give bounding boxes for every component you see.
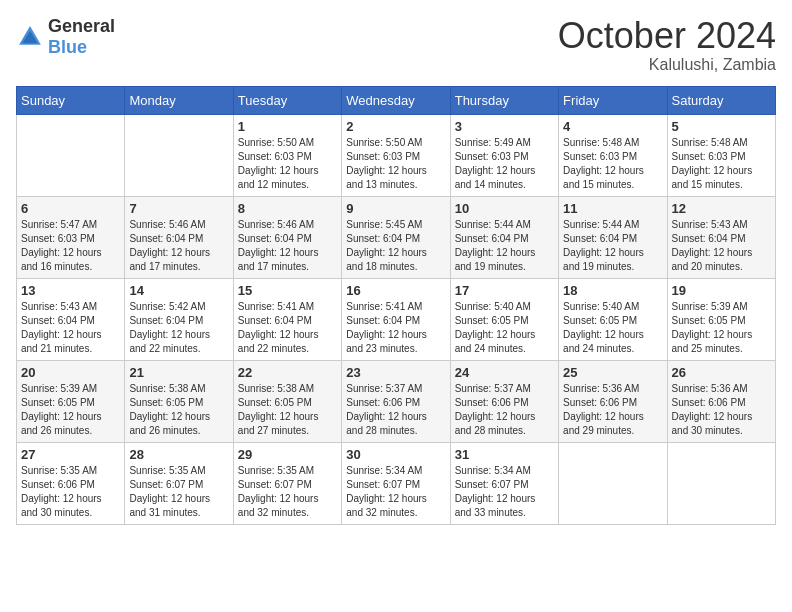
cell-sun-info: Sunrise: 5:47 AMSunset: 6:03 PMDaylight:… — [21, 218, 120, 274]
cell-day-number: 10 — [455, 201, 554, 216]
weekday-header: Tuesday — [233, 86, 341, 114]
title-block: October 2024 Kalulushi, Zambia — [558, 16, 776, 74]
logo-icon — [16, 23, 44, 51]
cell-sun-info: Sunrise: 5:41 AMSunset: 6:04 PMDaylight:… — [346, 300, 445, 356]
cell-day-number: 9 — [346, 201, 445, 216]
calendar-cell: 15Sunrise: 5:41 AMSunset: 6:04 PMDayligh… — [233, 278, 341, 360]
cell-sun-info: Sunrise: 5:44 AMSunset: 6:04 PMDaylight:… — [563, 218, 662, 274]
weekday-header: Thursday — [450, 86, 558, 114]
weekday-header: Saturday — [667, 86, 775, 114]
cell-day-number: 27 — [21, 447, 120, 462]
calendar-cell: 31Sunrise: 5:34 AMSunset: 6:07 PMDayligh… — [450, 442, 558, 524]
cell-sun-info: Sunrise: 5:38 AMSunset: 6:05 PMDaylight:… — [129, 382, 228, 438]
cell-day-number: 19 — [672, 283, 771, 298]
cell-sun-info: Sunrise: 5:37 AMSunset: 6:06 PMDaylight:… — [455, 382, 554, 438]
weekday-header: Sunday — [17, 86, 125, 114]
cell-sun-info: Sunrise: 5:37 AMSunset: 6:06 PMDaylight:… — [346, 382, 445, 438]
calendar-week-row: 13Sunrise: 5:43 AMSunset: 6:04 PMDayligh… — [17, 278, 776, 360]
cell-day-number: 16 — [346, 283, 445, 298]
cell-sun-info: Sunrise: 5:46 AMSunset: 6:04 PMDaylight:… — [238, 218, 337, 274]
logo-general: General — [48, 16, 115, 36]
cell-sun-info: Sunrise: 5:48 AMSunset: 6:03 PMDaylight:… — [563, 136, 662, 192]
calendar-cell — [667, 442, 775, 524]
calendar-week-row: 6Sunrise: 5:47 AMSunset: 6:03 PMDaylight… — [17, 196, 776, 278]
cell-day-number: 29 — [238, 447, 337, 462]
cell-sun-info: Sunrise: 5:35 AMSunset: 6:06 PMDaylight:… — [21, 464, 120, 520]
weekday-header: Friday — [559, 86, 667, 114]
weekday-header: Wednesday — [342, 86, 450, 114]
cell-sun-info: Sunrise: 5:49 AMSunset: 6:03 PMDaylight:… — [455, 136, 554, 192]
cell-sun-info: Sunrise: 5:40 AMSunset: 6:05 PMDaylight:… — [563, 300, 662, 356]
cell-day-number: 17 — [455, 283, 554, 298]
cell-day-number: 31 — [455, 447, 554, 462]
calendar-cell: 11Sunrise: 5:44 AMSunset: 6:04 PMDayligh… — [559, 196, 667, 278]
month-title: October 2024 — [558, 16, 776, 56]
cell-day-number: 15 — [238, 283, 337, 298]
calendar-cell — [17, 114, 125, 196]
calendar-cell: 22Sunrise: 5:38 AMSunset: 6:05 PMDayligh… — [233, 360, 341, 442]
calendar-cell: 18Sunrise: 5:40 AMSunset: 6:05 PMDayligh… — [559, 278, 667, 360]
calendar-cell: 14Sunrise: 5:42 AMSunset: 6:04 PMDayligh… — [125, 278, 233, 360]
cell-sun-info: Sunrise: 5:46 AMSunset: 6:04 PMDaylight:… — [129, 218, 228, 274]
calendar: SundayMondayTuesdayWednesdayThursdayFrid… — [16, 86, 776, 525]
calendar-week-row: 1Sunrise: 5:50 AMSunset: 6:03 PMDaylight… — [17, 114, 776, 196]
calendar-cell: 24Sunrise: 5:37 AMSunset: 6:06 PMDayligh… — [450, 360, 558, 442]
calendar-cell: 5Sunrise: 5:48 AMSunset: 6:03 PMDaylight… — [667, 114, 775, 196]
weekday-header: Monday — [125, 86, 233, 114]
calendar-cell: 26Sunrise: 5:36 AMSunset: 6:06 PMDayligh… — [667, 360, 775, 442]
cell-day-number: 2 — [346, 119, 445, 134]
cell-day-number: 11 — [563, 201, 662, 216]
cell-sun-info: Sunrise: 5:42 AMSunset: 6:04 PMDaylight:… — [129, 300, 228, 356]
calendar-cell: 12Sunrise: 5:43 AMSunset: 6:04 PMDayligh… — [667, 196, 775, 278]
cell-sun-info: Sunrise: 5:34 AMSunset: 6:07 PMDaylight:… — [455, 464, 554, 520]
weekday-header-row: SundayMondayTuesdayWednesdayThursdayFrid… — [17, 86, 776, 114]
cell-day-number: 22 — [238, 365, 337, 380]
cell-day-number: 13 — [21, 283, 120, 298]
calendar-cell — [559, 442, 667, 524]
calendar-cell — [125, 114, 233, 196]
calendar-cell: 4Sunrise: 5:48 AMSunset: 6:03 PMDaylight… — [559, 114, 667, 196]
calendar-cell: 1Sunrise: 5:50 AMSunset: 6:03 PMDaylight… — [233, 114, 341, 196]
cell-sun-info: Sunrise: 5:41 AMSunset: 6:04 PMDaylight:… — [238, 300, 337, 356]
page-header: General Blue October 2024 Kalulushi, Zam… — [16, 16, 776, 74]
cell-day-number: 5 — [672, 119, 771, 134]
location-title: Kalulushi, Zambia — [558, 56, 776, 74]
cell-sun-info: Sunrise: 5:39 AMSunset: 6:05 PMDaylight:… — [672, 300, 771, 356]
cell-day-number: 26 — [672, 365, 771, 380]
cell-day-number: 23 — [346, 365, 445, 380]
cell-sun-info: Sunrise: 5:50 AMSunset: 6:03 PMDaylight:… — [346, 136, 445, 192]
calendar-cell: 20Sunrise: 5:39 AMSunset: 6:05 PMDayligh… — [17, 360, 125, 442]
cell-sun-info: Sunrise: 5:34 AMSunset: 6:07 PMDaylight:… — [346, 464, 445, 520]
calendar-cell: 10Sunrise: 5:44 AMSunset: 6:04 PMDayligh… — [450, 196, 558, 278]
cell-day-number: 28 — [129, 447, 228, 462]
cell-sun-info: Sunrise: 5:48 AMSunset: 6:03 PMDaylight:… — [672, 136, 771, 192]
calendar-cell: 3Sunrise: 5:49 AMSunset: 6:03 PMDaylight… — [450, 114, 558, 196]
logo-blue: Blue — [48, 37, 87, 57]
calendar-cell: 25Sunrise: 5:36 AMSunset: 6:06 PMDayligh… — [559, 360, 667, 442]
cell-sun-info: Sunrise: 5:35 AMSunset: 6:07 PMDaylight:… — [129, 464, 228, 520]
cell-day-number: 18 — [563, 283, 662, 298]
cell-day-number: 30 — [346, 447, 445, 462]
cell-day-number: 1 — [238, 119, 337, 134]
cell-day-number: 4 — [563, 119, 662, 134]
cell-sun-info: Sunrise: 5:35 AMSunset: 6:07 PMDaylight:… — [238, 464, 337, 520]
cell-day-number: 14 — [129, 283, 228, 298]
cell-sun-info: Sunrise: 5:39 AMSunset: 6:05 PMDaylight:… — [21, 382, 120, 438]
cell-sun-info: Sunrise: 5:45 AMSunset: 6:04 PMDaylight:… — [346, 218, 445, 274]
cell-sun-info: Sunrise: 5:40 AMSunset: 6:05 PMDaylight:… — [455, 300, 554, 356]
cell-day-number: 25 — [563, 365, 662, 380]
cell-day-number: 6 — [21, 201, 120, 216]
calendar-cell: 13Sunrise: 5:43 AMSunset: 6:04 PMDayligh… — [17, 278, 125, 360]
calendar-cell: 2Sunrise: 5:50 AMSunset: 6:03 PMDaylight… — [342, 114, 450, 196]
calendar-week-row: 20Sunrise: 5:39 AMSunset: 6:05 PMDayligh… — [17, 360, 776, 442]
calendar-cell: 28Sunrise: 5:35 AMSunset: 6:07 PMDayligh… — [125, 442, 233, 524]
calendar-cell: 7Sunrise: 5:46 AMSunset: 6:04 PMDaylight… — [125, 196, 233, 278]
cell-sun-info: Sunrise: 5:43 AMSunset: 6:04 PMDaylight:… — [21, 300, 120, 356]
calendar-cell: 21Sunrise: 5:38 AMSunset: 6:05 PMDayligh… — [125, 360, 233, 442]
calendar-cell: 16Sunrise: 5:41 AMSunset: 6:04 PMDayligh… — [342, 278, 450, 360]
calendar-cell: 6Sunrise: 5:47 AMSunset: 6:03 PMDaylight… — [17, 196, 125, 278]
calendar-cell: 19Sunrise: 5:39 AMSunset: 6:05 PMDayligh… — [667, 278, 775, 360]
cell-day-number: 20 — [21, 365, 120, 380]
cell-day-number: 8 — [238, 201, 337, 216]
cell-day-number: 7 — [129, 201, 228, 216]
